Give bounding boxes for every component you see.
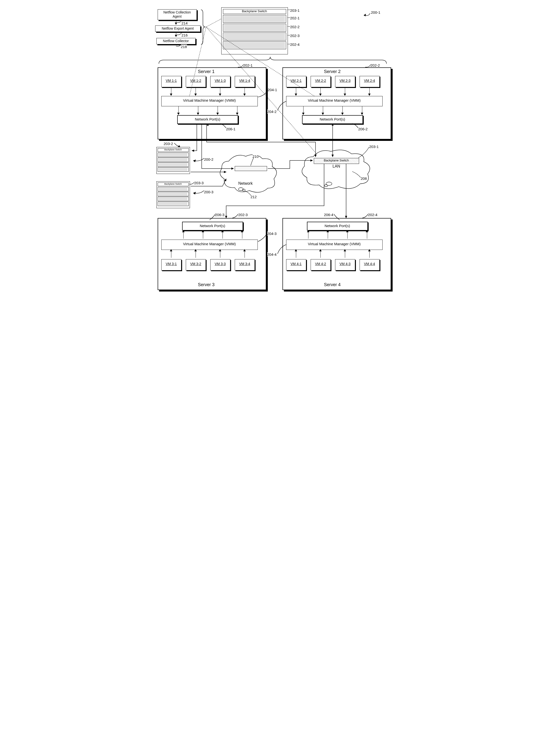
rack-main-unit-4 <box>223 41 286 49</box>
rack-main-switch-ref: 203-1 <box>290 8 299 12</box>
np-1-ref: 206-1 <box>226 127 236 131</box>
vm-2-1: VM 2-1 <box>286 76 306 87</box>
vmm-1-ref: 204-1 <box>268 88 277 92</box>
router-ref: 210 <box>253 154 259 159</box>
vm-3-4: VM 3-4 <box>235 259 255 270</box>
np-1: Network Port(s) <box>177 115 238 124</box>
np-2: Network Port(s) <box>302 115 363 124</box>
router-icon <box>235 166 267 171</box>
rack-3-switch: Backplane Switch <box>158 183 189 186</box>
netflow-collector-box: Netflow Collector <box>157 38 196 44</box>
netflow-export-box: Netflow Export Agent <box>155 25 201 32</box>
rack-2: Backplane Switch <box>157 147 190 174</box>
rack2-ref: 203-2 <box>164 142 173 146</box>
rack3-ref: 203-3 <box>194 181 204 185</box>
np-4: Network Port(s) <box>307 222 368 231</box>
rack-main-unit-2 <box>223 24 286 32</box>
rack-main-ref-4: 202-4 <box>290 42 299 47</box>
svg-point-1 <box>242 189 245 191</box>
svg-point-2 <box>326 182 332 185</box>
server-3-ref: 202-3 <box>239 213 248 217</box>
rack-3: Backplane Switch <box>157 181 190 208</box>
vmm-1: Virtual Machine Manager (VMM) <box>161 96 258 106</box>
vm-3-1: VM 3-1 <box>161 259 181 270</box>
rack-main-ref-1: 202-1 <box>290 16 299 20</box>
server-3-title: Server 3 <box>198 282 215 287</box>
lan-switch-ref: 203-1 <box>369 145 379 149</box>
vm-1-2: VM 1-2 <box>186 76 206 87</box>
sys-ref-2: 200-2 <box>204 157 214 161</box>
network-label: Network <box>239 181 253 186</box>
server-2-ref: 202-2 <box>370 63 380 67</box>
netflow-export-label: Netflow Export Agent <box>162 26 194 30</box>
netflow-collector-label: Netflow Collector <box>163 39 189 43</box>
np-3: Network Port(s) <box>182 222 243 231</box>
rack-main-switch: Backplane Switch <box>223 9 286 14</box>
vm-2-4: VM 2-4 <box>359 76 380 87</box>
netflow-collection-label: Netflow Collection Agent <box>163 10 191 18</box>
lan-switch: Backplane Switch <box>314 158 359 164</box>
np-2-ref: 206-2 <box>358 127 368 131</box>
rack-main-ref-3: 202-3 <box>290 34 299 38</box>
ref-214: 214 <box>182 21 188 25</box>
vmm-3-ref: 204-3 <box>267 232 276 236</box>
vm-3-3: VM 3-3 <box>210 259 230 270</box>
vm-1-3: VM 1-3 <box>210 76 230 87</box>
lan-label: LAN <box>333 164 340 169</box>
rack-main-unit-1 <box>223 15 286 23</box>
vmm-4-ref: 204-4 <box>267 252 276 256</box>
np-4-ref: 206-4 <box>324 213 333 217</box>
vm-2-3: VM 2-3 <box>335 76 355 87</box>
ref-218: 218 <box>181 45 187 49</box>
vmm-3: Virtual Machine Manager (VMM) <box>161 240 258 250</box>
vmm-2: Virtual Machine Manager (VMM) <box>286 96 382 106</box>
vmm-4: Virtual Machine Manager (VMM) <box>286 240 382 250</box>
rack-main-ref-2: 202-2 <box>290 25 299 29</box>
vm-1-1: VM 1-1 <box>161 76 181 87</box>
server-1-ref: 202-1 <box>243 63 253 67</box>
svg-point-0 <box>239 188 243 191</box>
lan-ref: 208 <box>361 176 367 181</box>
vm-1-4: VM 1-4 <box>235 76 255 87</box>
netflow-collection-box: Netflow Collection Agent <box>158 9 197 20</box>
cloud-ref: 212 <box>251 195 257 199</box>
vm-4-3: VM 4-3 <box>335 259 355 270</box>
vm-4-1: VM 4-1 <box>286 259 306 270</box>
svg-point-3 <box>324 185 328 187</box>
server-4-ref: 202-4 <box>368 213 377 217</box>
rack-2-switch: Backplane Switch <box>158 148 189 152</box>
fig-ref: 200-1 <box>371 10 380 14</box>
vm-2-2: VM 2-2 <box>310 76 331 87</box>
rack-main: Backplane Switch <box>221 7 288 54</box>
vm-4-4: VM 4-4 <box>359 259 380 270</box>
vm-3-2: VM 3-2 <box>186 259 206 270</box>
np-3-ref: 206-3 <box>215 213 225 217</box>
vmm-2-ref: 204-2 <box>267 110 276 114</box>
server-2-title: Server 2 <box>324 69 341 74</box>
ref-216: 216 <box>182 33 188 37</box>
server-1-title: Server 1 <box>198 69 215 74</box>
vm-4-2: VM 4-2 <box>310 259 331 270</box>
sys-ref-3: 200-3 <box>204 190 214 194</box>
rack-main-unit-3 <box>223 33 286 40</box>
server-4-title: Server 4 <box>324 282 341 287</box>
